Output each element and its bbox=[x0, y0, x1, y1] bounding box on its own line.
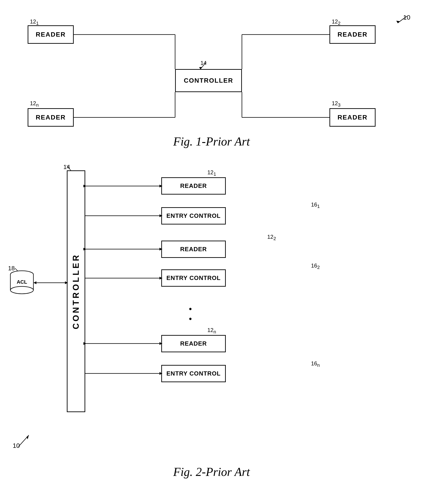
svg-marker-34 bbox=[159, 277, 162, 280]
svg-marker-37 bbox=[159, 342, 162, 345]
figure-2: 14 18 121 161 122 162 12n 16n CONTROLLER bbox=[0, 156, 423, 484]
fig2-connections bbox=[0, 156, 423, 484]
svg-marker-29 bbox=[159, 214, 162, 217]
fig1-connections bbox=[0, 7, 423, 140]
arrow-10-fig2 bbox=[12, 431, 35, 449]
svg-marker-24 bbox=[65, 281, 68, 284]
page: 10 121 122 12n 123 14 READER READER CONT… bbox=[0, 0, 423, 504]
figure-1: 10 121 122 12n 123 14 READER READER CONT… bbox=[0, 7, 423, 140]
fig1-caption: Fig. 1-Prior Art bbox=[0, 135, 423, 148]
svg-marker-26 bbox=[83, 185, 86, 187]
svg-marker-23 bbox=[33, 281, 37, 284]
svg-marker-32 bbox=[159, 248, 162, 251]
svg-marker-41 bbox=[26, 435, 29, 439]
svg-marker-39 bbox=[159, 372, 162, 375]
fig2-caption: Fig. 2-Prior Art bbox=[0, 465, 423, 479]
svg-marker-27 bbox=[159, 185, 162, 187]
svg-marker-31 bbox=[83, 248, 86, 251]
svg-marker-36 bbox=[83, 342, 86, 345]
